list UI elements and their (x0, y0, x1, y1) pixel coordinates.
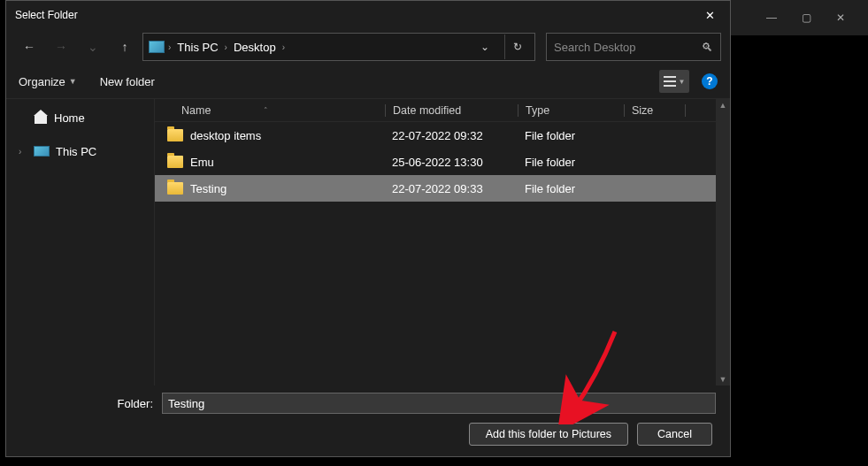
new-folder-button[interactable]: New folder (100, 75, 155, 88)
forward-button[interactable]: → (47, 33, 75, 61)
home-icon (34, 111, 48, 124)
search-placeholder: Search Desktop (554, 41, 636, 54)
new-folder-label: New folder (100, 75, 155, 88)
button-label: Cancel (657, 428, 692, 440)
navigation-sidebar: Home › This PC (6, 99, 155, 386)
folder-icon (167, 182, 183, 195)
address-bar[interactable]: › This PC › Desktop › ⌄ ↻ (142, 33, 535, 61)
column-header-size[interactable]: Size (624, 104, 686, 117)
nav-row: ← → ⌄ ↑ › This PC › Desktop › ⌄ ↻ Search… (6, 29, 730, 65)
chevron-right-icon: › (225, 42, 227, 52)
sidebar-item-home[interactable]: Home (6, 104, 154, 131)
column-label: Date modified (393, 104, 461, 117)
search-icon: 🔍︎ (702, 41, 713, 54)
add-folder-button[interactable]: Add this folder to Pictures (469, 423, 628, 446)
close-icon: ✕ (705, 9, 715, 22)
up-button[interactable]: ↑ (111, 33, 139, 61)
column-header-type[interactable]: Type (518, 104, 624, 117)
file-type: File folder (518, 129, 624, 142)
column-header-date[interactable]: Date modified (385, 104, 518, 117)
chevron-right-icon: › (282, 42, 285, 52)
column-label: Size (632, 104, 653, 117)
bg-close-icon: ✕ (836, 11, 845, 24)
dialog-button-row: Add this folder to Pictures Cancel (20, 423, 716, 446)
close-button[interactable]: ✕ (689, 1, 730, 29)
recent-locations-button[interactable]: ⌄ (79, 33, 107, 61)
help-icon: ? (706, 75, 712, 88)
file-list: desktop items22-07-2022 09:32File folder… (155, 122, 730, 202)
scroll-down-icon: ▼ (719, 375, 727, 384)
column-header-name[interactable]: Name ˄ (155, 104, 385, 117)
file-name: Emu (190, 156, 214, 169)
folder-field-label: Folder: (20, 397, 153, 410)
column-headers: Name ˄ Date modified Type Size (155, 99, 730, 122)
file-name: desktop items (190, 129, 261, 142)
folder-field-row: Folder: (20, 393, 716, 414)
breadcrumb-leaf[interactable]: Desktop (231, 41, 279, 54)
column-label: Name (181, 104, 211, 117)
breadcrumb-root[interactable]: This PC (174, 41, 220, 54)
organize-label: Organize (19, 75, 65, 88)
caret-down-icon: ▼ (69, 77, 77, 86)
list-view-icon (664, 76, 676, 87)
select-folder-dialog: Select Folder ✕ ← → ⌄ ↑ › This PC › Desk… (5, 0, 731, 457)
toolbar: Organize ▼ New folder ▼ ? (6, 65, 730, 98)
dialog-body: Home › This PC Name ˄ Date modified Type… (6, 98, 730, 386)
scroll-up-icon: ▲ (719, 101, 727, 110)
address-history-button[interactable]: ⌄ (472, 34, 497, 59)
this-pc-icon (149, 41, 165, 53)
chevron-right-icon: › (19, 147, 27, 157)
sidebar-item-this-pc[interactable]: › This PC (6, 138, 154, 164)
sort-ascending-icon: ˄ (264, 106, 268, 115)
refresh-icon: ↻ (513, 41, 522, 53)
file-row[interactable]: Testing22-07-2022 09:33File folder (155, 175, 730, 202)
chevron-down-icon: ⌄ (88, 40, 98, 54)
background-window-controls: — ▢ ✕ (731, 0, 868, 35)
organize-button[interactable]: Organize ▼ (19, 75, 77, 88)
chevron-right-icon: › (168, 42, 171, 52)
file-date: 22-07-2022 09:33 (385, 182, 518, 195)
arrow-right-icon: → (55, 40, 67, 54)
bg-minimize-icon: — (766, 11, 777, 24)
dialog-title: Select Folder (15, 9, 78, 21)
this-pc-icon (34, 146, 50, 157)
file-list-area: Name ˄ Date modified Type Size desktop i… (155, 99, 730, 386)
file-name: Testing (190, 182, 227, 195)
vertical-scrollbar[interactable]: ▲ ▼ (716, 99, 730, 386)
file-type: File folder (518, 182, 624, 195)
search-input[interactable]: Search Desktop 🔍︎ (546, 33, 721, 61)
bg-maximize-icon: ▢ (802, 11, 811, 24)
button-label: Add this folder to Pictures (486, 428, 611, 440)
refresh-button[interactable]: ↻ (504, 34, 529, 59)
chevron-down-icon: ⌄ (480, 41, 489, 53)
view-options-button[interactable]: ▼ (659, 70, 689, 93)
file-date: 22-07-2022 09:32 (385, 129, 518, 142)
titlebar: Select Folder ✕ (6, 1, 730, 29)
folder-name-input[interactable] (162, 393, 716, 414)
arrow-left-icon: ← (23, 40, 35, 54)
file-type: File folder (518, 156, 624, 169)
sidebar-item-label: Home (54, 111, 85, 125)
folder-icon (167, 156, 183, 168)
back-button[interactable]: ← (15, 33, 43, 61)
file-row[interactable]: Emu25-06-2022 13:30File folder (155, 149, 730, 175)
sidebar-item-label: This PC (56, 145, 96, 158)
dialog-footer: Folder: Add this folder to Pictures Canc… (6, 386, 730, 456)
cancel-button[interactable]: Cancel (637, 423, 712, 446)
file-row[interactable]: desktop items22-07-2022 09:32File folder (155, 122, 730, 149)
caret-down-icon: ▼ (679, 78, 686, 86)
column-label: Type (526, 104, 549, 117)
arrow-up-icon: ↑ (122, 40, 128, 54)
help-button[interactable]: ? (702, 73, 718, 89)
folder-icon (167, 129, 183, 141)
file-date: 25-06-2022 13:30 (385, 156, 518, 169)
